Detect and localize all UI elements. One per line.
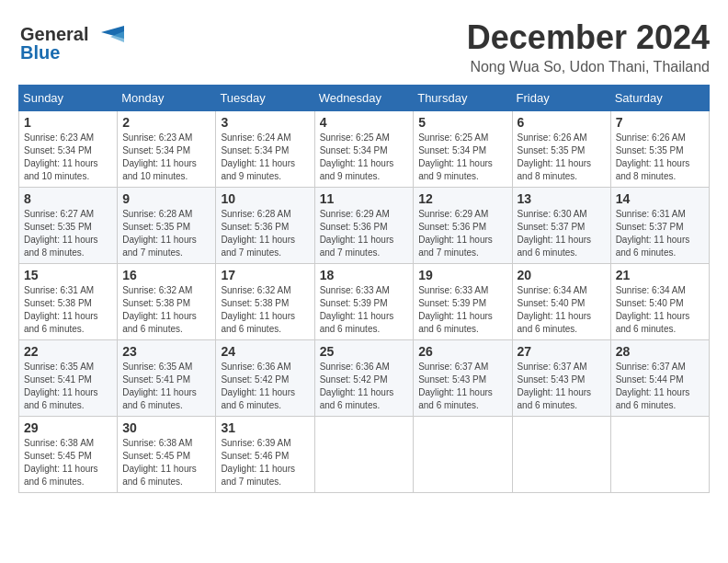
day-cell-27: 27 Sunrise: 6:37 AM Sunset: 5:43 PM Dayl… [512, 340, 610, 417]
day-cell-21: 21 Sunrise: 6:34 AM Sunset: 5:40 PM Dayl… [610, 264, 709, 340]
day-cell-16: 16 Sunrise: 6:32 AM Sunset: 5:38 PM Dayl… [118, 264, 216, 340]
svg-text:General: General [20, 24, 88, 44]
day-cell-4: 4 Sunrise: 6:25 AM Sunset: 5:34 PM Dayli… [314, 111, 414, 188]
day-info: Sunrise: 6:39 AM Sunset: 5:46 PM Dayligh… [221, 437, 309, 488]
day-cell-15: 15 Sunrise: 6:31 AM Sunset: 5:38 PM Dayl… [19, 264, 118, 340]
day-info: Sunrise: 6:37 AM Sunset: 5:43 PM Dayligh… [518, 361, 606, 412]
day-number: 5 [418, 115, 506, 130]
day-cell-14: 14 Sunrise: 6:31 AM Sunset: 5:37 PM Dayl… [610, 188, 709, 264]
day-info: Sunrise: 6:33 AM Sunset: 5:39 PM Dayligh… [320, 284, 409, 336]
day-number: 26 [418, 344, 506, 359]
svg-text:Blue: Blue [20, 42, 60, 63]
day-info: Sunrise: 6:25 AM Sunset: 5:34 PM Dayligh… [418, 132, 506, 183]
day-number: 23 [122, 344, 210, 359]
day-number: 13 [518, 191, 606, 206]
day-number: 22 [24, 344, 112, 359]
day-cell-6: 6 Sunrise: 6:26 AM Sunset: 5:35 PM Dayli… [512, 111, 610, 188]
day-info: Sunrise: 6:30 AM Sunset: 5:37 PM Dayligh… [518, 208, 606, 259]
day-cell-8: 8 Sunrise: 6:27 AM Sunset: 5:35 PM Dayli… [19, 188, 118, 264]
day-info: Sunrise: 6:28 AM Sunset: 5:36 PM Dayligh… [221, 208, 309, 259]
calendar-week-5: 29 Sunrise: 6:38 AM Sunset: 5:45 PM Dayl… [19, 417, 710, 493]
day-number: 3 [221, 115, 309, 130]
day-info: Sunrise: 6:37 AM Sunset: 5:43 PM Dayligh… [418, 361, 506, 412]
day-cell-7: 7 Sunrise: 6:26 AM Sunset: 5:35 PM Dayli… [610, 111, 709, 188]
day-cell-2: 2 Sunrise: 6:23 AM Sunset: 5:34 PM Dayli… [118, 111, 216, 188]
day-cell-22: 22 Sunrise: 6:35 AM Sunset: 5:41 PM Dayl… [19, 340, 118, 417]
day-info: Sunrise: 6:34 AM Sunset: 5:40 PM Dayligh… [616, 284, 704, 336]
day-number: 24 [221, 344, 309, 359]
day-cell-28: 28 Sunrise: 6:37 AM Sunset: 5:44 PM Dayl… [610, 340, 709, 417]
day-number: 25 [320, 344, 409, 359]
day-info: Sunrise: 6:27 AM Sunset: 5:35 PM Dayligh… [24, 208, 112, 259]
logo: General Blue [18, 18, 129, 64]
day-number: 31 [221, 420, 309, 435]
day-cell-12: 12 Sunrise: 6:29 AM Sunset: 5:36 PM Dayl… [414, 188, 512, 264]
day-cell-11: 11 Sunrise: 6:29 AM Sunset: 5:36 PM Dayl… [314, 188, 414, 264]
day-cell-10: 10 Sunrise: 6:28 AM Sunset: 5:36 PM Dayl… [216, 188, 314, 264]
empty-cell [512, 417, 610, 493]
day-cell-5: 5 Sunrise: 6:25 AM Sunset: 5:34 PM Dayli… [414, 111, 512, 188]
day-cell-19: 19 Sunrise: 6:33 AM Sunset: 5:39 PM Dayl… [414, 264, 512, 340]
day-number: 18 [320, 268, 409, 282]
weekday-header-friday: Friday [512, 86, 610, 111]
day-cell-29: 29 Sunrise: 6:38 AM Sunset: 5:45 PM Dayl… [19, 417, 118, 493]
day-cell-20: 20 Sunrise: 6:34 AM Sunset: 5:40 PM Dayl… [512, 264, 610, 340]
day-cell-24: 24 Sunrise: 6:36 AM Sunset: 5:42 PM Dayl… [216, 340, 314, 417]
day-cell-13: 13 Sunrise: 6:30 AM Sunset: 5:37 PM Dayl… [512, 188, 610, 264]
day-info: Sunrise: 6:38 AM Sunset: 5:45 PM Dayligh… [122, 437, 210, 488]
calendar-table: SundayMondayTuesdayWednesdayThursdayFrid… [18, 85, 710, 493]
day-info: Sunrise: 6:36 AM Sunset: 5:42 PM Dayligh… [221, 361, 309, 412]
day-cell-23: 23 Sunrise: 6:35 AM Sunset: 5:41 PM Dayl… [118, 340, 216, 417]
day-info: Sunrise: 6:33 AM Sunset: 5:39 PM Dayligh… [418, 284, 506, 336]
day-info: Sunrise: 6:23 AM Sunset: 5:34 PM Dayligh… [122, 132, 210, 183]
day-cell-31: 31 Sunrise: 6:39 AM Sunset: 5:46 PM Dayl… [216, 417, 314, 493]
calendar-week-1: 1 Sunrise: 6:23 AM Sunset: 5:34 PM Dayli… [19, 111, 710, 188]
day-number: 12 [418, 191, 506, 206]
day-cell-3: 3 Sunrise: 6:24 AM Sunset: 5:34 PM Dayli… [216, 111, 314, 188]
day-info: Sunrise: 6:29 AM Sunset: 5:36 PM Dayligh… [320, 208, 409, 259]
day-number: 30 [122, 420, 210, 435]
day-info: Sunrise: 6:35 AM Sunset: 5:41 PM Dayligh… [122, 361, 210, 412]
empty-cell [414, 417, 512, 493]
day-info: Sunrise: 6:28 AM Sunset: 5:35 PM Dayligh… [122, 208, 210, 259]
day-info: Sunrise: 6:31 AM Sunset: 5:37 PM Dayligh… [616, 208, 704, 259]
empty-cell [610, 417, 709, 493]
day-number: 14 [616, 191, 704, 206]
day-info: Sunrise: 6:38 AM Sunset: 5:45 PM Dayligh… [24, 437, 112, 488]
day-cell-30: 30 Sunrise: 6:38 AM Sunset: 5:45 PM Dayl… [118, 417, 216, 493]
day-number: 4 [320, 115, 409, 130]
day-number: 2 [122, 115, 210, 130]
day-info: Sunrise: 6:32 AM Sunset: 5:38 PM Dayligh… [122, 284, 210, 336]
day-cell-18: 18 Sunrise: 6:33 AM Sunset: 5:39 PM Dayl… [314, 264, 414, 340]
weekday-header-thursday: Thursday [414, 86, 512, 111]
weekday-header-row: SundayMondayTuesdayWednesdayThursdayFrid… [19, 86, 710, 111]
day-cell-17: 17 Sunrise: 6:32 AM Sunset: 5:38 PM Dayl… [216, 264, 314, 340]
weekday-header-tuesday: Tuesday [216, 86, 314, 111]
day-info: Sunrise: 6:29 AM Sunset: 5:36 PM Dayligh… [418, 208, 506, 259]
day-number: 27 [518, 344, 606, 359]
day-number: 20 [518, 268, 606, 282]
day-number: 8 [24, 191, 112, 206]
day-cell-1: 1 Sunrise: 6:23 AM Sunset: 5:34 PM Dayli… [19, 111, 118, 188]
day-cell-25: 25 Sunrise: 6:36 AM Sunset: 5:42 PM Dayl… [314, 340, 414, 417]
day-number: 10 [221, 191, 309, 206]
day-number: 1 [24, 115, 112, 130]
weekday-header-saturday: Saturday [610, 86, 709, 111]
subtitle: Nong Wua So, Udon Thani, Thailand [467, 59, 710, 75]
day-number: 29 [24, 420, 112, 435]
day-number: 9 [122, 191, 210, 206]
weekday-header-wednesday: Wednesday [314, 86, 414, 111]
calendar-week-4: 22 Sunrise: 6:35 AM Sunset: 5:41 PM Dayl… [19, 340, 710, 417]
calendar-week-3: 15 Sunrise: 6:31 AM Sunset: 5:38 PM Dayl… [19, 264, 710, 340]
weekday-header-sunday: Sunday [19, 86, 118, 111]
calendar-week-2: 8 Sunrise: 6:27 AM Sunset: 5:35 PM Dayli… [19, 188, 710, 264]
day-number: 16 [122, 268, 210, 282]
day-info: Sunrise: 6:31 AM Sunset: 5:38 PM Dayligh… [24, 284, 112, 336]
title-block: December 2024 Nong Wua So, Udon Thani, T… [467, 18, 710, 75]
day-info: Sunrise: 6:25 AM Sunset: 5:34 PM Dayligh… [320, 132, 409, 183]
day-number: 19 [418, 268, 506, 282]
day-info: Sunrise: 6:36 AM Sunset: 5:42 PM Dayligh… [320, 361, 409, 412]
day-info: Sunrise: 6:24 AM Sunset: 5:34 PM Dayligh… [221, 132, 309, 183]
day-cell-26: 26 Sunrise: 6:37 AM Sunset: 5:43 PM Dayl… [414, 340, 512, 417]
day-number: 11 [320, 191, 409, 206]
